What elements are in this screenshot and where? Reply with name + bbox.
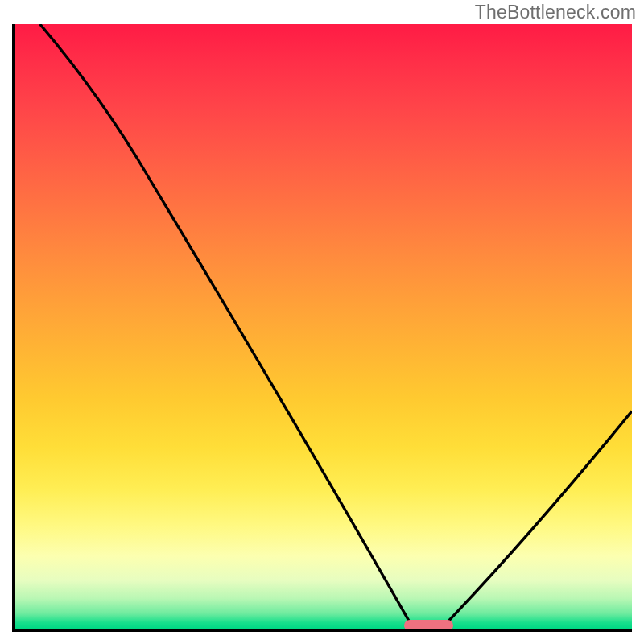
optimal-range-marker	[404, 620, 453, 631]
curve-path	[40, 24, 632, 622]
watermark-text: TheBottleneck.com	[475, 2, 636, 23]
chart-frame: TheBottleneck.com	[0, 0, 644, 644]
plot-area	[12, 24, 632, 632]
bottleneck-curve	[15, 24, 632, 629]
